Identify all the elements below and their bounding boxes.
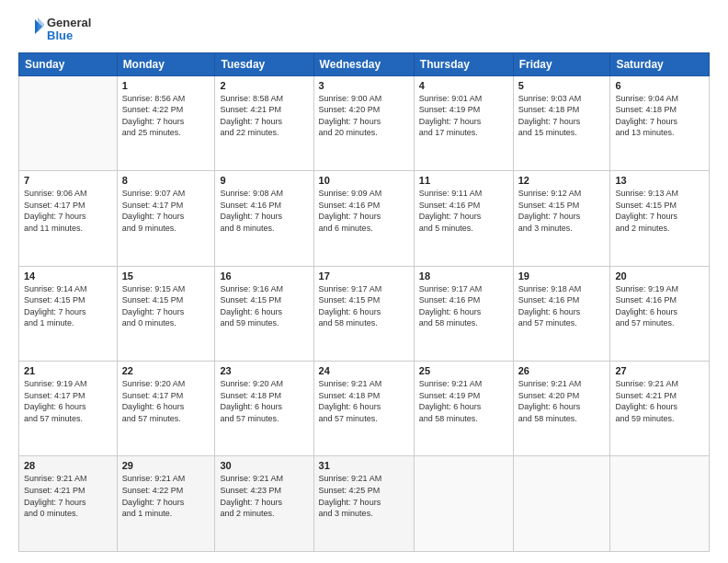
svg-marker-1 [38,17,44,32]
calendar-cell: 23Sunrise: 9:20 AM Sunset: 4:18 PM Dayli… [215,362,313,456]
calendar-cell: 16Sunrise: 9:16 AM Sunset: 4:15 PM Dayli… [215,266,313,361]
day-info: Sunrise: 9:04 AM Sunset: 4:18 PM Dayligh… [615,93,704,139]
day-number: 27 [615,365,704,376]
day-info: Sunrise: 9:06 AM Sunset: 4:17 PM Dayligh… [24,188,112,234]
day-number: 29 [122,460,210,471]
calendar-week-4: 21Sunrise: 9:19 AM Sunset: 4:17 PM Dayli… [19,362,710,456]
day-info: Sunrise: 9:20 AM Sunset: 4:17 PM Dayligh… [122,378,210,424]
day-number: 13 [615,175,704,186]
calendar-cell: 27Sunrise: 9:21 AM Sunset: 4:21 PM Dayli… [610,362,710,456]
day-number: 15 [122,270,210,282]
day-number: 9 [220,175,308,186]
day-number: 12 [518,175,606,186]
calendar-cell: 22Sunrise: 9:20 AM Sunset: 4:17 PM Dayli… [117,362,215,456]
calendar-week-3: 14Sunrise: 9:14 AM Sunset: 4:15 PM Dayli… [19,266,710,361]
day-info: Sunrise: 8:58 AM Sunset: 4:21 PM Dayligh… [220,93,308,139]
calendar-cell: 9Sunrise: 9:08 AM Sunset: 4:16 PM Daylig… [215,171,313,266]
day-number: 14 [24,270,112,282]
day-number: 22 [122,365,210,376]
day-info: Sunrise: 9:12 AM Sunset: 4:15 PM Dayligh… [518,188,606,234]
calendar-cell: 17Sunrise: 9:17 AM Sunset: 4:15 PM Dayli… [313,266,414,361]
day-number: 17 [319,270,409,282]
day-number: 28 [24,460,112,471]
day-number: 1 [122,80,210,91]
day-number: 7 [24,175,112,186]
calendar-week-5: 28Sunrise: 9:21 AM Sunset: 4:21 PM Dayli… [19,456,710,552]
calendar-cell: 21Sunrise: 9:19 AM Sunset: 4:17 PM Dayli… [19,362,118,456]
calendar-cell: 2Sunrise: 8:58 AM Sunset: 4:21 PM Daylig… [215,75,313,170]
day-info: Sunrise: 9:01 AM Sunset: 4:19 PM Dayligh… [419,93,508,139]
calendar-cell: 20Sunrise: 9:19 AM Sunset: 4:16 PM Dayli… [610,266,710,361]
day-info: Sunrise: 9:21 AM Sunset: 4:25 PM Dayligh… [319,473,409,519]
calendar-table: SundayMondayTuesdayWednesdayThursdayFrid… [18,52,710,552]
calendar-cell: 31Sunrise: 9:21 AM Sunset: 4:25 PM Dayli… [313,456,414,552]
day-info: Sunrise: 9:21 AM Sunset: 4:22 PM Dayligh… [122,473,210,519]
header: General Blue [18,17,710,43]
calendar-cell: 30Sunrise: 9:21 AM Sunset: 4:23 PM Dayli… [215,456,313,552]
calendar-cell: 19Sunrise: 9:18 AM Sunset: 4:16 PM Dayli… [513,266,610,361]
calendar-cell [19,75,118,170]
day-number: 4 [419,80,508,91]
day-number: 2 [220,80,308,91]
day-number: 24 [319,365,409,376]
day-header-wednesday: Wednesday [313,52,414,75]
day-number: 26 [518,365,606,376]
logo: General Blue [18,17,91,43]
calendar-week-2: 7Sunrise: 9:06 AM Sunset: 4:17 PM Daylig… [19,171,710,266]
logo-container: General Blue [18,17,91,43]
calendar-cell: 8Sunrise: 9:07 AM Sunset: 4:17 PM Daylig… [117,171,215,266]
day-header-monday: Monday [117,52,215,75]
calendar-cell [513,456,610,552]
day-info: Sunrise: 9:19 AM Sunset: 4:17 PM Dayligh… [24,378,112,424]
day-info: Sunrise: 9:20 AM Sunset: 4:18 PM Dayligh… [220,378,308,424]
day-number: 6 [615,80,704,91]
calendar-cell: 5Sunrise: 9:03 AM Sunset: 4:18 PM Daylig… [513,75,610,170]
day-info: Sunrise: 9:11 AM Sunset: 4:16 PM Dayligh… [419,188,508,234]
calendar-cell: 28Sunrise: 9:21 AM Sunset: 4:21 PM Dayli… [19,456,118,552]
day-info: Sunrise: 9:18 AM Sunset: 4:16 PM Dayligh… [518,283,606,329]
calendar-cell: 14Sunrise: 9:14 AM Sunset: 4:15 PM Dayli… [19,266,118,361]
calendar-cell: 29Sunrise: 9:21 AM Sunset: 4:22 PM Dayli… [117,456,215,552]
logo-text: General Blue [47,17,91,43]
calendar-cell: 11Sunrise: 9:11 AM Sunset: 4:16 PM Dayli… [414,171,513,266]
day-info: Sunrise: 9:15 AM Sunset: 4:15 PM Dayligh… [122,283,210,329]
calendar-cell: 26Sunrise: 9:21 AM Sunset: 4:20 PM Dayli… [513,362,610,456]
day-number: 19 [518,270,606,282]
calendar-cell: 18Sunrise: 9:17 AM Sunset: 4:16 PM Dayli… [414,266,513,361]
day-info: Sunrise: 9:21 AM Sunset: 4:21 PM Dayligh… [615,378,704,424]
calendar-cell: 25Sunrise: 9:21 AM Sunset: 4:19 PM Dayli… [414,362,513,456]
day-number: 11 [419,175,508,186]
day-info: Sunrise: 9:19 AM Sunset: 4:16 PM Dayligh… [615,283,704,329]
day-info: Sunrise: 8:56 AM Sunset: 4:22 PM Dayligh… [122,93,210,139]
day-info: Sunrise: 9:03 AM Sunset: 4:18 PM Dayligh… [518,93,606,139]
day-number: 23 [220,365,308,376]
calendar-cell: 7Sunrise: 9:06 AM Sunset: 4:17 PM Daylig… [19,171,118,266]
calendar-cell: 3Sunrise: 9:00 AM Sunset: 4:20 PM Daylig… [313,75,414,170]
calendar-cell: 24Sunrise: 9:21 AM Sunset: 4:18 PM Dayli… [313,362,414,456]
day-info: Sunrise: 9:21 AM Sunset: 4:18 PM Dayligh… [319,378,409,424]
day-info: Sunrise: 9:21 AM Sunset: 4:21 PM Dayligh… [24,473,112,519]
day-header-friday: Friday [513,52,610,75]
day-number: 3 [319,80,409,91]
day-number: 21 [24,365,112,376]
calendar-cell: 15Sunrise: 9:15 AM Sunset: 4:15 PM Dayli… [117,266,215,361]
calendar-cell: 10Sunrise: 9:09 AM Sunset: 4:16 PM Dayli… [313,171,414,266]
day-number: 18 [419,270,508,282]
day-info: Sunrise: 9:17 AM Sunset: 4:15 PM Dayligh… [319,283,409,329]
day-number: 10 [319,175,409,186]
day-header-saturday: Saturday [610,52,710,75]
day-info: Sunrise: 9:16 AM Sunset: 4:15 PM Dayligh… [220,283,308,329]
calendar-cell: 4Sunrise: 9:01 AM Sunset: 4:19 PM Daylig… [414,75,513,170]
logo-blue: Blue [47,29,91,42]
day-number: 5 [518,80,606,91]
day-info: Sunrise: 9:21 AM Sunset: 4:19 PM Dayligh… [419,378,508,424]
day-info: Sunrise: 9:13 AM Sunset: 4:15 PM Dayligh… [615,188,704,234]
calendar-cell: 1Sunrise: 8:56 AM Sunset: 4:22 PM Daylig… [117,75,215,170]
day-info: Sunrise: 9:00 AM Sunset: 4:20 PM Dayligh… [319,93,409,139]
day-info: Sunrise: 9:21 AM Sunset: 4:20 PM Dayligh… [518,378,606,424]
calendar-week-1: 1Sunrise: 8:56 AM Sunset: 4:22 PM Daylig… [19,75,710,170]
day-info: Sunrise: 9:09 AM Sunset: 4:16 PM Dayligh… [319,188,409,234]
calendar-cell: 13Sunrise: 9:13 AM Sunset: 4:15 PM Dayli… [610,171,710,266]
day-number: 16 [220,270,308,282]
day-info: Sunrise: 9:07 AM Sunset: 4:17 PM Dayligh… [122,188,210,234]
